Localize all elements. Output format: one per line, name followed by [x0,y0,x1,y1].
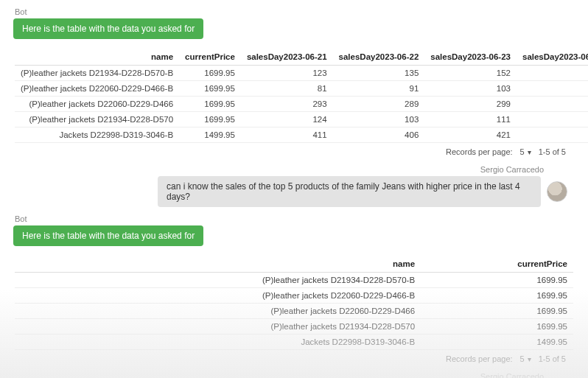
table-cell: 1699.95 [179,66,241,81]
table-cell: (P)leather jackets D21934-D228-D570-B [15,66,179,81]
table-cell: 124 [241,112,333,127]
records-per-page-label: Records per page: [446,354,513,363]
table-cell: 1699.95 [179,97,241,112]
table-cell: (P)leather jackets D21934-D228-D570-B [15,273,421,288]
table-cell: Jackets D22998-D319-3046-B [15,127,179,143]
column-header: salesDay2023-06-23 [424,49,517,66]
table-cell: 299 [424,97,517,112]
table-row: (P)leather jackets D21934-D228-D5701699.… [15,319,573,335]
table-cell: 127 [517,112,588,127]
table-cell: 301 [517,97,588,112]
table-cell: Jackets D22998-D319-3046-B [15,335,421,350]
table-cell: 111 [517,81,588,97]
table-cell: 411 [241,127,333,143]
table-cell: (P)leather jackets D21934-D228-D570 [15,319,421,335]
table-cell: (P)leather jackets D22060-D229-D466 [15,304,421,319]
table-cell: 91 [333,81,425,97]
bot-message-bubble: Here is the table with the data you aske… [13,225,203,246]
page-range: 1-5 of 5 [539,147,566,156]
table-row: (P)leather jackets D21934-D228-D5701699.… [15,112,588,127]
data-table-1: namecurrentPricesalesDay2023-06-21salesD… [15,49,573,162]
table-cell: 103 [333,112,425,127]
table-cell: 425 [517,127,588,143]
table-row: Jackets D22998-D319-3046-B1499.95 [15,335,573,350]
table-cell: (P)leather jackets D21934-D228-D570 [15,112,179,127]
table-row: (P)leather jackets D22060-D229-D4661699.… [15,304,573,319]
bot-label: Bot [15,7,578,16]
page-size-value: 5 [520,354,525,363]
table-cell: (P)leather jackets D22060-D229-D466 [15,97,179,112]
user-label: Sergio Carracedo [15,165,544,174]
avatar [547,181,567,202]
user-message-bubble: can i know the sales of the top 5 produc… [158,176,541,207]
column-header: name [15,49,179,66]
table-cell: 1699.95 [421,273,573,288]
table-cell: 1499.95 [421,335,573,350]
chevron-down-icon: ▾ [528,355,531,363]
page-size-value: 5 [520,147,525,156]
data-table-2: namecurrentPrice (P)leather jackets D219… [15,256,573,369]
table-cell: 1699.95 [421,304,573,319]
bot-label: Bot [15,214,578,223]
table-cell: (P)leather jackets D22060-D229-D466-B [15,288,421,304]
column-header: currentPrice [179,49,241,66]
table-row: (P)leather jackets D22060-D229-D4661699.… [15,97,588,112]
table-row: Jackets D22998-D319-3046-B1499.954114064… [15,127,588,143]
table-cell: 103 [424,81,517,97]
table-cell: 121 [517,66,588,81]
table-cell: 289 [333,97,425,112]
table-row: (P)leather jackets D22060-D229-D466-B169… [15,288,573,304]
table-cell: 421 [424,127,517,143]
table-row: (P)leather jackets D22060-D229-D466-B169… [15,81,588,97]
table-cell: 406 [333,127,425,143]
user-label: Sergio Carracedo [15,372,544,378]
column-header: name [15,256,421,273]
column-header: salesDay2023-06-21 [241,49,333,66]
pagination-bar: Records per page: 5 ▾ 1-5 of 5 [15,143,573,162]
table-row: (P)leather jackets D21934-D228-D570-B169… [15,273,573,288]
table-cell: 111 [424,112,517,127]
table-cell: 1699.95 [421,319,573,335]
table-row: (P)leather jackets D21934-D228-D570-B169… [15,66,588,81]
records-per-page-label: Records per page: [446,147,513,156]
table-cell: 1499.95 [179,127,241,143]
table-cell: 135 [333,66,425,81]
pagination-bar: Records per page: 5 ▾ 1-5 of 5 [15,350,573,369]
table-cell: 293 [241,97,333,112]
column-header: salesDay2023-06-22 [333,49,425,66]
table-cell: 1699.95 [421,288,573,304]
table-cell: 152 [424,66,517,81]
table-cell: 1699.95 [179,112,241,127]
bot-message-bubble: Here is the table with the data you aske… [13,18,203,39]
chevron-down-icon: ▾ [528,148,531,156]
table-cell: (P)leather jackets D22060-D229-D466-B [15,81,179,97]
table-cell: 1699.95 [179,81,241,97]
column-header: salesDay2023-06-24 [517,49,588,66]
page-range: 1-5 of 5 [539,354,566,363]
page-size-select[interactable]: 5 ▾ [520,147,531,156]
table-cell: 81 [241,81,333,97]
table-cell: 123 [241,66,333,81]
column-header: currentPrice [421,256,573,273]
page-size-select[interactable]: 5 ▾ [520,354,531,363]
